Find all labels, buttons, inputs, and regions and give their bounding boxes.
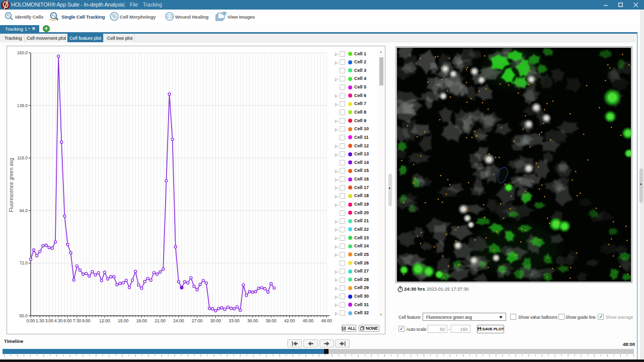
- svg-text:24:00: 24:00: [173, 318, 184, 323]
- svg-text:138.0: 138.0: [17, 103, 28, 108]
- svg-text:Fluorescence green avg: Fluorescence green avg: [9, 158, 14, 212]
- svg-text:12:00: 12:00: [99, 318, 110, 323]
- svg-text:116.0: 116.0: [17, 155, 28, 160]
- svg-text:9:00: 9:00: [82, 318, 91, 323]
- svg-text:45:00: 45:00: [303, 318, 314, 323]
- svg-text:3:00: 3:00: [45, 318, 53, 323]
- svg-text:4:30: 4:30: [54, 318, 63, 323]
- svg-text:33:00: 33:00: [229, 318, 240, 323]
- svg-text:50.0: 50.0: [19, 313, 28, 318]
- svg-text:1:30: 1:30: [36, 318, 44, 323]
- svg-text:27:00: 27:00: [192, 318, 203, 323]
- svg-text:18:00: 18:00: [136, 318, 147, 323]
- svg-text:6:00: 6:00: [63, 318, 72, 323]
- svg-text:160.0: 160.0: [17, 50, 28, 55]
- svg-text:21:00: 21:00: [155, 318, 166, 323]
- svg-text:72.0: 72.0: [19, 260, 28, 265]
- svg-text:0:00: 0:00: [27, 318, 35, 323]
- svg-text:42:00: 42:00: [284, 318, 295, 323]
- svg-text:36:00: 36:00: [247, 318, 258, 323]
- svg-text:39:00: 39:00: [266, 318, 277, 323]
- svg-text:48:00: 48:00: [321, 318, 332, 323]
- svg-text:7:30: 7:30: [73, 318, 82, 323]
- svg-text:94.0: 94.0: [19, 208, 28, 213]
- svg-text:15:00: 15:00: [118, 318, 129, 323]
- svg-text:30:00: 30:00: [210, 318, 221, 323]
